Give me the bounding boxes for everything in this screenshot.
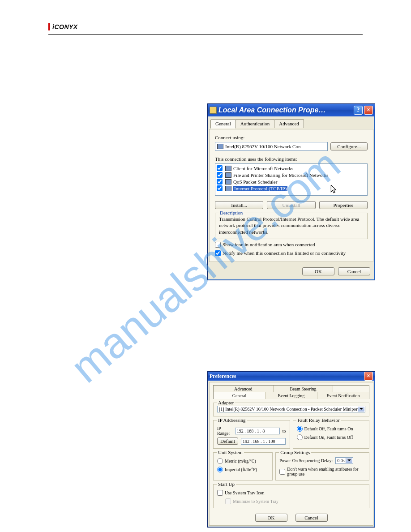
tab-beam-steering[interactable]: Beam Steering: [274, 386, 334, 392]
prefs-tabs-row-front: General Event Logging Event Notification: [213, 392, 369, 399]
item-check[interactable]: [217, 179, 223, 184]
lac-title: Local Area Connection Prope…: [218, 106, 352, 114]
tab-event-logging[interactable]: Event Logging: [265, 392, 317, 399]
delay-value: 0.0s: [337, 458, 344, 463]
default-button[interactable]: Default: [217, 438, 238, 445]
tab-general[interactable]: General: [214, 392, 265, 399]
ip-range-label: IP Range:: [217, 426, 232, 436]
minimize-check: [225, 498, 231, 504]
show-icon-check[interactable]: [215, 242, 221, 248]
prefs-title: Preferences: [210, 373, 363, 380]
lac-tabs: General Authentication Advanced: [210, 119, 372, 128]
dropdown-icon[interactable]: [346, 458, 352, 463]
tray-label: Use System Tray Icon: [225, 490, 265, 495]
prefs-window: Preferences × Advanced Beam Steering Gen…: [207, 371, 375, 528]
dropdown-icon[interactable]: [358, 407, 364, 412]
lac-window: Local Area Connection Prope… ? × General…: [207, 103, 375, 280]
lac-titlebar[interactable]: Local Area Connection Prope… ? ×: [208, 104, 375, 116]
imperial-label: Imperial (ft/lb/°F): [225, 467, 257, 472]
item-label: QoS Packet Scheduler: [233, 179, 277, 184]
dont-warn-label: Don't warn when enabling attributes for …: [287, 467, 365, 476]
cancel-button[interactable]: Cancel: [295, 514, 328, 522]
list-item[interactable]: Internet Protocol (TCP/IP): [217, 185, 366, 192]
tab-event-notification[interactable]: Event Notification: [317, 392, 369, 399]
startup-group: Start Up Use System Tray Icon Minimize t…: [213, 484, 369, 508]
connect-using-label: Connect using:: [215, 135, 368, 140]
notify-label: Notify me when this connection has limit…: [223, 250, 346, 256]
item-label: File and Printer Sharing for Microsoft N…: [233, 172, 329, 178]
adapter-name: Intel(R) 82562V 10/100 Network Con: [225, 144, 300, 149]
ok-button[interactable]: OK: [255, 514, 287, 522]
fault-title: Fault Relay Behavior: [296, 417, 341, 423]
ip-range-input[interactable]: 192 . 168 . 1 . 8: [235, 428, 280, 434]
fault-off-radio[interactable]: [297, 426, 303, 432]
minimize-label: Minimize to System Tray: [233, 499, 278, 504]
notify-check[interactable]: [215, 250, 221, 256]
fault-on-label: Default On, Fault turns Off: [304, 435, 353, 440]
lac-body: Connect using: Intel(R) 82562V 10/100 Ne…: [209, 129, 373, 262]
adapter-group: Adapter [1] Intel(R) 82562V 10/100 Netwo…: [213, 403, 369, 416]
group-title: Group Settings: [279, 450, 311, 455]
metric-radio[interactable]: [217, 458, 223, 464]
metric-label: Metric (m/kg/°C): [225, 459, 256, 463]
adapter-value: [1] Intel(R) 82562V 10/100 Network Conne…: [219, 407, 359, 412]
network-icon: [210, 107, 217, 114]
prefs-body: Advanced Beam Steering General Event Log…: [209, 382, 373, 526]
prefs-tabs-row-back: Advanced Beam Steering: [213, 385, 369, 392]
fault-on-radio[interactable]: [297, 434, 303, 440]
item-label: Internet Protocol (TCP/IP): [233, 186, 287, 191]
tray-check[interactable]: [217, 490, 223, 496]
description-text: Transmission Control Protocol/Internet P…: [219, 216, 364, 235]
delay-label: Power-On Sequencing Delay:: [279, 458, 333, 463]
tab-authentication[interactable]: Authentication: [235, 119, 274, 128]
mouse-cursor-icon: [330, 185, 338, 194]
properties-button[interactable]: Properties: [319, 201, 368, 209]
logo: iCONYX: [48, 23, 78, 30]
description-group: Description Transmission Control Protoco…: [215, 213, 368, 239]
group-settings: Group Settings Power-On Sequencing Delay…: [275, 452, 369, 481]
startup-title: Start Up: [217, 481, 236, 487]
dont-warn-check[interactable]: [279, 469, 285, 475]
items-list[interactable]: Client for Microsoft Networks File and P…: [215, 163, 368, 196]
share-icon: [225, 172, 231, 178]
ip-title: IP Addressing: [217, 417, 247, 423]
item-check[interactable]: [217, 185, 223, 191]
adapter-select[interactable]: [1] Intel(R) 82562V 10/100 Network Conne…: [217, 406, 365, 412]
configure-button[interactable]: Configure...: [330, 142, 368, 150]
item-label: Client for Microsoft Networks: [233, 166, 293, 171]
tcpip-icon: [225, 186, 231, 191]
fault-group: Fault Relay Behavior Default Off, Fault …: [293, 420, 370, 449]
fault-off-label: Default Off, Fault turns On: [304, 426, 353, 431]
item-check[interactable]: [217, 172, 223, 178]
imperial-radio[interactable]: [217, 467, 223, 472]
list-item[interactable]: QoS Packet Scheduler: [217, 178, 366, 185]
default-ip-input[interactable]: 192 . 168 . 1 . 100: [241, 438, 286, 445]
uninstall-button: Uninstall: [267, 201, 315, 209]
item-check[interactable]: [217, 165, 223, 171]
cancel-button[interactable]: Cancel: [338, 267, 370, 275]
list-item[interactable]: File and Printer Sharing for Microsoft N…: [217, 172, 366, 178]
to-label: to: [283, 429, 286, 433]
tab-advanced[interactable]: Advanced: [214, 386, 274, 392]
ok-button[interactable]: OK: [302, 267, 334, 275]
nic-icon: [217, 144, 223, 149]
help-button[interactable]: ?: [354, 106, 363, 115]
unit-group: Unit System Metric (m/kg/°C) Imperial (f…: [213, 452, 273, 481]
close-button[interactable]: ×: [364, 106, 373, 115]
qos-icon: [225, 179, 231, 184]
prefs-titlebar[interactable]: Preferences ×: [208, 372, 375, 381]
close-button[interactable]: ×: [364, 372, 373, 381]
client-icon: [225, 166, 231, 171]
items-label: This connection uses the following items…: [215, 156, 368, 162]
unit-title: Unit System: [217, 450, 244, 455]
description-title: Description: [218, 210, 244, 215]
install-button[interactable]: Install...: [215, 201, 263, 209]
tab-general[interactable]: General: [210, 119, 236, 129]
show-icon-label: Show icon in notification area when conn…: [223, 242, 315, 247]
adapter-title: Adapter: [217, 400, 235, 405]
ip-group: IP Addressing IP Range: 192 . 168 . 1 . …: [213, 420, 290, 449]
delay-select[interactable]: 0.0s: [335, 457, 353, 464]
tab-advanced[interactable]: Advanced: [274, 119, 304, 128]
list-item[interactable]: Client for Microsoft Networks: [217, 165, 366, 172]
